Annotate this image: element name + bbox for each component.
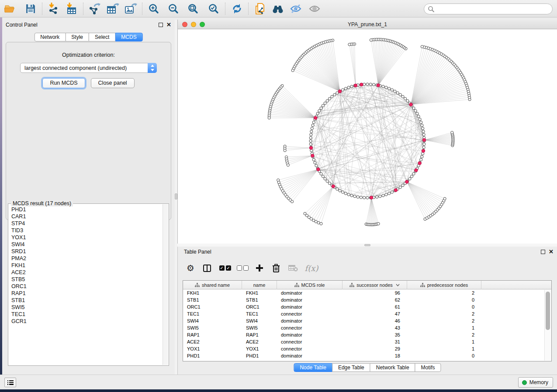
network-canvas[interactable]	[178, 29, 557, 244]
mcds-result-item[interactable]: ACE2	[11, 269, 169, 276]
search-binoculars-icon[interactable]	[271, 3, 284, 15]
tab-select[interactable]: Select	[89, 33, 115, 41]
close-window-traffic-icon[interactable]	[182, 22, 187, 27]
close-panel-icon[interactable]: ✕	[549, 250, 554, 254]
column-header-name[interactable]: name	[242, 281, 277, 289]
table-row[interactable]: ACE2ACE2connector311	[183, 338, 551, 345]
network-graph[interactable]	[178, 29, 557, 244]
table-cell[interactable]: 29	[343, 345, 407, 352]
table-cell[interactable]: dominator	[277, 296, 343, 303]
table-cell[interactable]: 47	[343, 310, 407, 317]
tab-network-table[interactable]: Network Table	[370, 363, 415, 372]
table-cell[interactable]: 1	[407, 345, 481, 352]
mcds-result-item[interactable]: PMA2	[11, 255, 169, 262]
table-cell[interactable]: connector	[277, 345, 343, 352]
table-row[interactable]: ORC1ORC1dominator610	[183, 303, 551, 310]
mcds-result-item[interactable]: CAR1	[11, 213, 169, 220]
new-network-from-selection-icon[interactable]	[253, 3, 266, 15]
search-input[interactable]	[435, 6, 552, 12]
mcds-result-item[interactable]: YOX1	[11, 234, 169, 241]
splitter-grip[interactable]	[364, 244, 370, 246]
table-settings-gear-icon[interactable]: ⚙	[183, 261, 198, 275]
table-cell[interactable]: STB1	[242, 296, 277, 303]
tab-network[interactable]: Network	[34, 33, 66, 41]
mcds-result-item[interactable]: SWI5	[11, 304, 169, 311]
table-cell[interactable]: 0	[407, 303, 481, 310]
table-cell[interactable]: 18	[343, 352, 407, 359]
mcds-result-item[interactable]: ORC1	[11, 283, 169, 290]
import-table-icon[interactable]	[65, 3, 78, 15]
task-history-button[interactable]	[4, 378, 16, 387]
table-cell[interactable]: 46	[343, 317, 407, 324]
table-cell[interactable]: 2	[407, 289, 481, 296]
table-cell[interactable]: 2	[407, 310, 481, 317]
table-scrollbar-thumb[interactable]	[546, 292, 550, 330]
table-cell[interactable]: dominator	[277, 317, 343, 324]
mcds-result-item[interactable]: SRD1	[11, 248, 169, 255]
close-panel-icon[interactable]: ✕	[166, 23, 171, 27]
mcds-result-item[interactable]: PHD1	[11, 206, 169, 213]
add-column-icon[interactable]	[251, 261, 268, 275]
memory-button[interactable]: Memory	[518, 377, 553, 388]
column-header-shared-name[interactable]: shared name	[183, 281, 242, 289]
table-cell[interactable]: SWI5	[183, 324, 242, 331]
tab-mcds[interactable]: MCDS	[115, 33, 142, 41]
table-row[interactable]: YOX1YOX1connector291	[183, 345, 551, 352]
table-cell[interactable]: 43	[343, 324, 407, 331]
table-cell[interactable]: 35	[343, 331, 407, 338]
mcds-result-list[interactable]: PHD1CAR1STP4TID3YOX1SWI4SRD1PMA2FKH1ACE2…	[8, 204, 169, 365]
zoom-selected-icon[interactable]	[207, 3, 220, 15]
table-cell[interactable]: 61	[343, 303, 407, 310]
table-cell[interactable]: dominator	[277, 289, 343, 296]
mcds-result-scrollbar[interactable]	[163, 204, 168, 365]
float-panel-icon[interactable]	[541, 250, 545, 254]
table-cell[interactable]: STB1	[183, 296, 242, 303]
table-cell[interactable]: FKH1	[242, 289, 277, 296]
table-cell[interactable]: ORC1	[183, 303, 242, 310]
close-panel-button[interactable]: Close panel	[91, 78, 135, 88]
mcds-result-item[interactable]: STB5	[11, 276, 169, 283]
table-cell[interactable]: SWI4	[242, 317, 277, 324]
tab-edge-table[interactable]: Edge Table	[332, 363, 370, 372]
mcds-result-item[interactable]: SWI4	[11, 241, 169, 248]
table-cell[interactable]: FKH1	[183, 289, 242, 296]
table-row[interactable]: TEC1TEC1connector472	[183, 310, 551, 317]
mcds-result-item[interactable]: FKH1	[11, 262, 169, 269]
table-cell[interactable]: YOX1	[242, 345, 277, 352]
column-header-predecessor-nodes[interactable]: predecessor nodes	[407, 281, 481, 289]
table-cell[interactable]: 0	[407, 296, 481, 303]
table-cell[interactable]: connector	[277, 338, 343, 345]
select-all-icon[interactable]: ✓✓	[216, 261, 234, 275]
table-cell[interactable]: 62	[343, 296, 407, 303]
table-cell[interactable]: SWI5	[242, 324, 277, 331]
deselect-all-icon[interactable]	[234, 261, 251, 275]
table-cell[interactable]: connector	[277, 310, 343, 317]
table-cell[interactable]: dominator	[277, 331, 343, 338]
mcds-result-item[interactable]: TEC1	[11, 311, 169, 318]
table-cell[interactable]: RAP1	[242, 331, 277, 338]
mcds-result-item[interactable]: STP4	[11, 220, 169, 227]
hide-graphics-icon[interactable]	[289, 3, 302, 15]
table-cell[interactable]: ORC1	[242, 303, 277, 310]
table-cell[interactable]: 1	[407, 324, 481, 331]
column-header-successor-nodes[interactable]: successor nodes	[343, 281, 407, 289]
table-cell[interactable]: RAP1	[183, 331, 242, 338]
tab-node-table[interactable]: Node Table	[294, 363, 332, 372]
table-row[interactable]: PHD1PHD1dominator180	[183, 352, 551, 359]
table-cell[interactable]: 31	[343, 338, 407, 345]
table-cell[interactable]: ACE2	[183, 338, 242, 345]
maximize-window-traffic-icon[interactable]	[200, 22, 205, 27]
mcds-result-item[interactable]: RAP1	[11, 290, 169, 297]
table-row[interactable]: SWI5SWI5connector431	[183, 324, 551, 331]
network-window-titlebar[interactable]: YPA_prune.txt_1	[178, 20, 557, 29]
table-row[interactable]: STB1STB1dominator620	[183, 296, 551, 303]
table-cell[interactable]: dominator	[277, 303, 343, 310]
zoom-fit-icon[interactable]	[187, 3, 200, 15]
tab-motifs[interactable]: Motifs	[415, 363, 441, 372]
minimize-window-traffic-icon[interactable]	[191, 22, 196, 27]
table-cell[interactable]: 2	[407, 331, 481, 338]
column-header-mcds-role[interactable]: MCDS role	[277, 281, 343, 289]
table-cell[interactable]: connector	[277, 324, 343, 331]
mcds-result-item[interactable]: GCR1	[11, 318, 169, 325]
show-column-icon[interactable]	[198, 261, 216, 275]
